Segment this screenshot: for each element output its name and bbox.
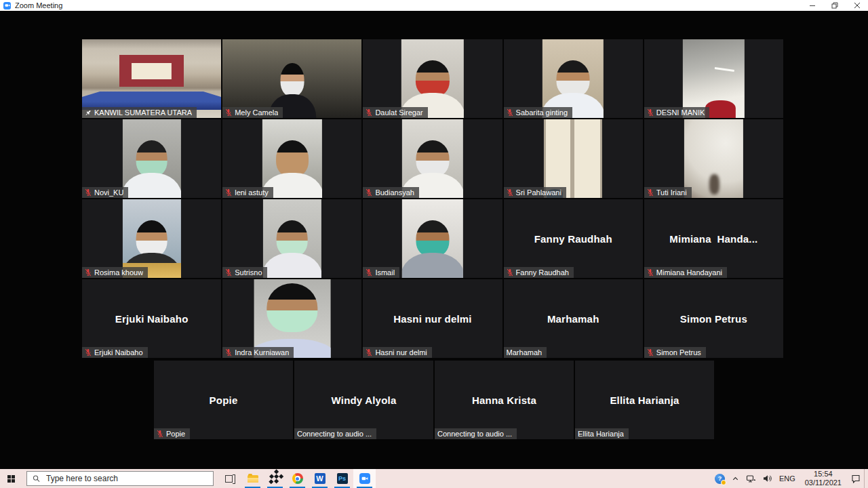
- participant-tile[interactable]: Windy Alyola Connecting to audio ...: [294, 361, 433, 439]
- dropbox-button[interactable]: [264, 469, 286, 488]
- participant-name-label: Sri Pahlawani: [504, 187, 566, 198]
- participant-name-label: KANWIL SUMATERA UTARA: [82, 107, 197, 118]
- participant-tile[interactable]: Novi_KU: [82, 119, 221, 198]
- tray-network-button[interactable]: [743, 469, 760, 488]
- participant-bottom-row: Popie Popie Windy Alyola Connecting to a…: [0, 361, 868, 439]
- participant-name-text: Connecting to audio ...: [437, 430, 512, 438]
- participant-tile[interactable]: Indra Kurniawan: [222, 279, 361, 358]
- participant-name-label: Ismail: [363, 267, 399, 278]
- participant-video: [222, 39, 361, 118]
- word-icon: W: [315, 473, 326, 484]
- participant-tile[interactable]: Marhamah Marhamah: [504, 279, 643, 358]
- participant-name-text: Mimiana Handayani: [656, 268, 722, 277]
- photoshop-icon: Ps: [337, 473, 348, 484]
- figure-head: [136, 220, 167, 256]
- participant-name-centered: Mimiana Handa...: [644, 199, 783, 278]
- participant-name-label: Connecting to audio ...: [294, 428, 376, 439]
- zoom-taskbar-button[interactable]: [353, 469, 376, 488]
- zoom-taskbar-icon: [359, 473, 370, 484]
- participant-tile[interactable]: Rosima khouw: [82, 199, 221, 278]
- participant-name-label: Tuti Iriani: [644, 187, 692, 198]
- muted-mic-icon: [647, 348, 654, 357]
- participant-video: [262, 119, 322, 198]
- action-center-button[interactable]: [848, 469, 864, 488]
- muted-mic-icon: [157, 430, 163, 438]
- muted-mic-icon: [225, 108, 232, 117]
- clock: 15:54 03/11/2021: [805, 470, 842, 487]
- participant-tile[interactable]: Hasni nur delmi Hasni nur delmi: [363, 279, 502, 358]
- participant-tile[interactable]: Popie Popie: [154, 361, 293, 439]
- participant-video: [683, 39, 744, 118]
- search-icon: [33, 474, 40, 483]
- restore-icon: [831, 2, 838, 9]
- participant-tile[interactable]: Simon Petrus Simon Petrus: [644, 279, 783, 358]
- show-desktop-button[interactable]: [864, 469, 868, 488]
- participant-tile[interactable]: Sri Pahlawani: [504, 119, 643, 198]
- clock-date: 03/11/2021: [805, 479, 842, 487]
- participant-name-text: Rosima khouw: [94, 268, 143, 277]
- muted-mic-icon: [507, 268, 513, 277]
- participant-name-label: Ellita Harianja: [575, 428, 629, 439]
- word-button[interactable]: W: [309, 469, 331, 488]
- dropbox-icon: [274, 474, 279, 479]
- muted-mic-icon: [85, 268, 92, 277]
- muted-mic-icon: [225, 348, 232, 357]
- tray-language-button[interactable]: ENG: [776, 469, 799, 488]
- participant-name-text: DESNI MANIK: [656, 108, 705, 117]
- muted-mic-icon: [225, 268, 232, 277]
- file-explorer-button[interactable]: [241, 469, 264, 488]
- participant-tile[interactable]: DESNI MANIK: [644, 39, 783, 118]
- tray-chevron-button[interactable]: [728, 469, 743, 488]
- participant-name-label: Sabarita ginting: [504, 107, 572, 118]
- participant-tile[interactable]: Sabarita ginting: [504, 39, 643, 118]
- close-icon: [854, 2, 861, 9]
- participant-name-centered: Erjuki Naibaho: [82, 279, 221, 358]
- participant-grid: KANWIL SUMATERA UTARA Mely Camela: [82, 39, 783, 358]
- figure-head: [416, 140, 450, 176]
- camera-icon: [361, 475, 368, 482]
- participant-tile[interactable]: Sutrisno: [222, 199, 361, 278]
- participant-tile[interactable]: Tuti Iriani: [644, 119, 783, 198]
- window-controls: [801, 0, 868, 11]
- participant-tile[interactable]: Mely Camela: [222, 39, 361, 118]
- participant-name-text: leni astuty: [235, 188, 269, 197]
- participant-name-label: Erjuki Naibaho: [82, 347, 148, 358]
- participant-video: [544, 119, 602, 198]
- tray-clock-button[interactable]: 15:54 03/11/2021: [799, 469, 848, 488]
- participant-name-text: Tuti Iriani: [656, 188, 687, 197]
- muted-mic-icon: [85, 348, 92, 357]
- participant-figure: [123, 119, 181, 198]
- participant-tile[interactable]: Erjuki Naibaho Erjuki Naibaho: [82, 279, 221, 358]
- zoom-meeting-window: Zoom Meeting: [0, 0, 868, 488]
- start-button[interactable]: [0, 469, 22, 488]
- task-view-button[interactable]: [219, 469, 241, 488]
- participant-tile[interactable]: Budiansyah: [363, 119, 502, 198]
- restore-button[interactable]: [823, 0, 846, 11]
- participant-name-text: Sabarita ginting: [516, 108, 568, 117]
- muted-mic-icon: [507, 188, 513, 197]
- participant-tile[interactable]: Mimiana Handa... Mimiana Handayani: [644, 199, 783, 278]
- participant-tile[interactable]: Daulat Siregar: [363, 39, 502, 118]
- participant-tile[interactable]: Hanna Krista Connecting to audio ...: [435, 361, 574, 439]
- taskbar-search[interactable]: [26, 471, 214, 486]
- participant-tile[interactable]: leni astuty: [222, 119, 361, 198]
- search-input[interactable]: [45, 473, 208, 484]
- participant-name-text: Sutrisno: [235, 268, 262, 277]
- chrome-button[interactable]: [286, 469, 309, 488]
- tray-help-button[interactable]: ?: [711, 469, 728, 488]
- participant-tile[interactable]: Ismail: [363, 199, 502, 278]
- close-button[interactable]: [846, 0, 868, 11]
- participant-name-label: Daulat Siregar: [363, 107, 427, 118]
- participant-tile[interactable]: Ellita Harianja Ellita Harianja: [575, 361, 714, 439]
- chevron-up-icon: [732, 475, 739, 483]
- photoshop-button[interactable]: Ps: [331, 469, 353, 488]
- minimize-button[interactable]: [801, 0, 823, 11]
- participant-tile[interactable]: Fanny Raudhah Fanny Raudhah: [504, 199, 643, 278]
- participant-tile[interactable]: KANWIL SUMATERA UTARA: [82, 39, 221, 118]
- muted-mic-icon: [366, 348, 372, 357]
- network-icon: [746, 474, 756, 483]
- participant-name-text: Ellita Harianja: [578, 430, 624, 438]
- figure-torso: [263, 253, 321, 278]
- participant-name-text: Ismail: [375, 268, 395, 277]
- tray-volume-button[interactable]: [760, 469, 776, 488]
